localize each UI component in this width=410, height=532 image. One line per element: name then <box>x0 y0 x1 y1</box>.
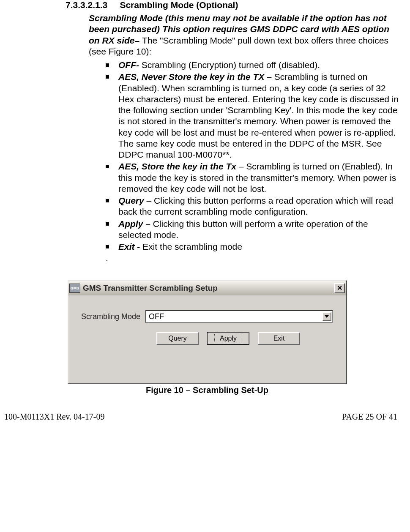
bullet-rest: – Clicking this button performs a read o… <box>118 196 393 216</box>
scrambling-setup-dialog: GMS GMS Transmitter Scrambling Setup ✕ S… <box>68 280 347 384</box>
bullet-rest: Clicking this button will perform a writ… <box>118 219 368 240</box>
bullet-rest: Exit the scrambling mode <box>142 242 242 251</box>
close-button[interactable]: ✕ <box>334 283 345 293</box>
list-item: AES, Never Store the key in the TX – Scr… <box>106 71 402 160</box>
bullet-bi: OFF- <box>118 60 142 70</box>
bullet-bi: AES, Store the key in the Tx <box>118 161 239 171</box>
select-value: OFF <box>149 312 164 321</box>
bullet-list: OFF- Scrambling (Encryption) turned off … <box>106 60 402 252</box>
dialog-title: GMS Transmitter Scrambling Setup <box>83 284 334 293</box>
query-button-label: Query <box>168 335 187 342</box>
exit-button-label: Exit <box>273 335 285 342</box>
list-item: Query – Clicking this button performs a … <box>106 195 402 218</box>
titlebar: GMS GMS Transmitter Scrambling Setup ✕ <box>68 281 346 295</box>
scrambling-mode-select[interactable]: OFF <box>145 310 333 323</box>
close-icon: ✕ <box>337 284 342 292</box>
footer-left: 100-M0113X1 Rev. 04-17-09 <box>4 412 104 422</box>
list-item: Exit - Exit the scrambling mode <box>106 241 402 252</box>
bullet-bi: AES, Never Store the key in the TX – <box>118 72 274 82</box>
trailing-period: . <box>106 253 406 263</box>
section-heading: 7.3.3.2.1.3 Scrambling Mode (Optional) <box>66 0 406 10</box>
intro-paragraph: Scrambling Mode (this menu may not be av… <box>89 13 402 57</box>
list-item: OFF- Scrambling (Encryption) turned off … <box>106 60 402 71</box>
bullet-bi: Query <box>118 196 147 205</box>
chevron-down-icon[interactable] <box>322 312 331 321</box>
bullet-rest: Scrambling (Encryption) turned off (disa… <box>142 60 320 70</box>
list-item: Apply – Clicking this button will perfor… <box>106 218 402 241</box>
section-title: Scrambling Mode (Optional) <box>120 0 238 10</box>
logo-icon: GMS <box>69 284 80 293</box>
exit-button[interactable]: Exit <box>258 332 300 345</box>
figure-caption: Figure 10 – Scrambling Set-Up <box>68 385 347 395</box>
bullet-bi: Apply – <box>118 219 153 229</box>
apply-button[interactable]: Apply <box>207 332 249 345</box>
list-item: AES, Store the key in the Tx – Scramblin… <box>106 161 402 194</box>
query-button[interactable]: Query <box>156 332 199 345</box>
bullet-rest: Scrambling is turned on (Enabled). When … <box>118 72 399 159</box>
bullet-bi: Exit - <box>118 242 142 251</box>
apply-button-label: Apply <box>214 334 242 343</box>
footer-right: PAGE 25 OF 41 <box>342 412 397 422</box>
page-footer: 100-M0113X1 Rev. 04-17-09 PAGE 25 OF 41 <box>4 412 406 422</box>
scrambling-mode-label: Scrambling Mode <box>81 312 140 321</box>
section-number: 7.3.3.2.1.3 <box>66 0 107 10</box>
